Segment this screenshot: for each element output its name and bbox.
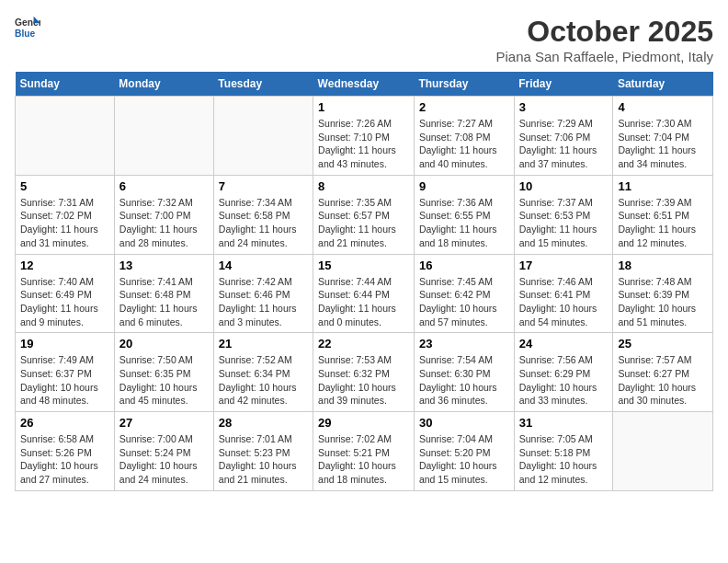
- day-info: Sunrise: 7:02 AM Sunset: 5:21 PM Dayligh…: [318, 432, 409, 487]
- day-info: Sunrise: 6:58 AM Sunset: 5:26 PM Dayligh…: [20, 432, 109, 487]
- day-info: Sunrise: 7:44 AM Sunset: 6:44 PM Dayligh…: [318, 275, 409, 329]
- day-number: 22: [318, 337, 409, 350]
- calendar-cell: 1Sunrise: 7:26 AM Sunset: 7:10 PM Daylig…: [313, 97, 415, 176]
- day-number: 6: [119, 179, 209, 193]
- day-info: Sunrise: 7:57 AM Sunset: 6:27 PM Dayligh…: [618, 353, 708, 408]
- day-number: 25: [618, 337, 708, 350]
- day-number: 24: [519, 337, 609, 350]
- day-info: Sunrise: 7:41 AM Sunset: 6:48 PM Dayligh…: [119, 275, 209, 329]
- calendar-cell: [16, 97, 115, 176]
- day-info: Sunrise: 7:29 AM Sunset: 7:06 PM Dayligh…: [519, 117, 609, 171]
- day-number: 23: [419, 337, 509, 350]
- day-info: Sunrise: 7:01 AM Sunset: 5:23 PM Dayligh…: [219, 432, 308, 487]
- day-info: Sunrise: 7:53 AM Sunset: 6:32 PM Dayligh…: [318, 353, 409, 408]
- day-info: Sunrise: 7:26 AM Sunset: 7:10 PM Dayligh…: [318, 117, 409, 171]
- day-number: 13: [119, 259, 209, 272]
- day-info: Sunrise: 7:39 AM Sunset: 6:51 PM Dayligh…: [618, 196, 708, 250]
- day-number: 11: [618, 179, 708, 193]
- calendar-table: SundayMondayTuesdayWednesdayThursdayFrid…: [15, 72, 713, 491]
- calendar-cell: 23Sunrise: 7:54 AM Sunset: 6:30 PM Dayli…: [414, 333, 514, 412]
- weekday-header-thursday: Thursday: [414, 72, 514, 97]
- week-row-1: 5Sunrise: 7:31 AM Sunset: 7:02 PM Daylig…: [16, 175, 713, 254]
- logo: General Blue: [15, 15, 40, 40]
- calendar-cell: 31Sunrise: 7:05 AM Sunset: 5:18 PM Dayli…: [514, 412, 613, 491]
- calendar-cell: [114, 97, 213, 176]
- day-info: Sunrise: 7:54 AM Sunset: 6:30 PM Dayligh…: [419, 353, 509, 408]
- day-number: 8: [318, 179, 409, 193]
- calendar-cell: 30Sunrise: 7:04 AM Sunset: 5:20 PM Dayli…: [414, 412, 514, 491]
- calendar-cell: 29Sunrise: 7:02 AM Sunset: 5:21 PM Dayli…: [313, 412, 415, 491]
- day-number: 21: [219, 337, 308, 350]
- day-info: Sunrise: 7:04 AM Sunset: 5:20 PM Dayligh…: [419, 432, 509, 487]
- day-number: 16: [419, 259, 509, 272]
- logo-icon: General Blue: [15, 15, 40, 40]
- day-info: Sunrise: 7:32 AM Sunset: 7:00 PM Dayligh…: [119, 196, 209, 250]
- day-number: 10: [519, 179, 609, 193]
- week-row-4: 26Sunrise: 6:58 AM Sunset: 5:26 PM Dayli…: [16, 412, 713, 491]
- calendar-cell: [213, 97, 313, 176]
- calendar-cell: 24Sunrise: 7:56 AM Sunset: 6:29 PM Dayli…: [514, 333, 613, 412]
- calendar-cell: 15Sunrise: 7:44 AM Sunset: 6:44 PM Dayli…: [313, 254, 415, 333]
- day-number: 28: [219, 416, 308, 430]
- svg-text:Blue: Blue: [15, 29, 36, 39]
- weekday-header-row: SundayMondayTuesdayWednesdayThursdayFrid…: [16, 72, 713, 97]
- day-info: Sunrise: 7:56 AM Sunset: 6:29 PM Dayligh…: [519, 353, 609, 408]
- day-number: 7: [219, 179, 308, 193]
- day-info: Sunrise: 7:05 AM Sunset: 5:18 PM Dayligh…: [519, 432, 609, 487]
- calendar-cell: 28Sunrise: 7:01 AM Sunset: 5:23 PM Dayli…: [213, 412, 313, 491]
- calendar-cell: 10Sunrise: 7:37 AM Sunset: 6:53 PM Dayli…: [514, 175, 613, 254]
- weekday-header-saturday: Saturday: [613, 72, 713, 97]
- calendar-cell: 4Sunrise: 7:30 AM Sunset: 7:04 PM Daylig…: [613, 97, 713, 176]
- weekday-header-friday: Friday: [514, 72, 613, 97]
- calendar-cell: 11Sunrise: 7:39 AM Sunset: 6:51 PM Dayli…: [613, 175, 713, 254]
- subtitle: Piana San Raffaele, Piedmont, Italy: [495, 49, 713, 64]
- day-number: 27: [119, 416, 209, 430]
- day-info: Sunrise: 7:52 AM Sunset: 6:34 PM Dayligh…: [219, 353, 308, 408]
- day-info: Sunrise: 7:48 AM Sunset: 6:39 PM Dayligh…: [618, 275, 708, 329]
- day-number: 1: [318, 100, 409, 114]
- week-row-2: 12Sunrise: 7:40 AM Sunset: 6:49 PM Dayli…: [16, 254, 713, 333]
- calendar-cell: 2Sunrise: 7:27 AM Sunset: 7:08 PM Daylig…: [414, 97, 514, 176]
- day-number: 31: [519, 416, 609, 430]
- day-info: Sunrise: 7:42 AM Sunset: 6:46 PM Dayligh…: [219, 275, 308, 329]
- day-info: Sunrise: 7:35 AM Sunset: 6:57 PM Dayligh…: [318, 196, 409, 250]
- day-info: Sunrise: 7:49 AM Sunset: 6:37 PM Dayligh…: [20, 353, 109, 408]
- calendar-cell: 13Sunrise: 7:41 AM Sunset: 6:48 PM Dayli…: [114, 254, 213, 333]
- day-info: Sunrise: 7:46 AM Sunset: 6:41 PM Dayligh…: [519, 275, 609, 329]
- day-number: 17: [519, 259, 609, 272]
- day-number: 12: [20, 259, 109, 272]
- day-info: Sunrise: 7:36 AM Sunset: 6:55 PM Dayligh…: [419, 196, 509, 250]
- calendar-cell: 27Sunrise: 7:00 AM Sunset: 5:24 PM Dayli…: [114, 412, 213, 491]
- calendar-cell: 22Sunrise: 7:53 AM Sunset: 6:32 PM Dayli…: [313, 333, 415, 412]
- day-number: 30: [419, 416, 509, 430]
- calendar-cell: [613, 412, 713, 491]
- calendar-cell: 8Sunrise: 7:35 AM Sunset: 6:57 PM Daylig…: [313, 175, 415, 254]
- calendar-cell: 6Sunrise: 7:32 AM Sunset: 7:00 PM Daylig…: [114, 175, 213, 254]
- day-number: 14: [219, 259, 308, 272]
- day-info: Sunrise: 7:00 AM Sunset: 5:24 PM Dayligh…: [119, 432, 209, 487]
- calendar-cell: 12Sunrise: 7:40 AM Sunset: 6:49 PM Dayli…: [16, 254, 115, 333]
- calendar-cell: 18Sunrise: 7:48 AM Sunset: 6:39 PM Dayli…: [613, 254, 713, 333]
- calendar-cell: 20Sunrise: 7:50 AM Sunset: 6:35 PM Dayli…: [114, 333, 213, 412]
- day-info: Sunrise: 7:50 AM Sunset: 6:35 PM Dayligh…: [119, 353, 209, 408]
- main-title: October 2025: [495, 15, 713, 49]
- day-info: Sunrise: 7:37 AM Sunset: 6:53 PM Dayligh…: [519, 196, 609, 250]
- day-info: Sunrise: 7:45 AM Sunset: 6:42 PM Dayligh…: [419, 275, 509, 329]
- weekday-header-sunday: Sunday: [16, 72, 115, 97]
- week-row-3: 19Sunrise: 7:49 AM Sunset: 6:37 PM Dayli…: [16, 333, 713, 412]
- day-number: 5: [20, 179, 109, 193]
- day-number: 15: [318, 259, 409, 272]
- calendar-cell: 26Sunrise: 6:58 AM Sunset: 5:26 PM Dayli…: [16, 412, 115, 491]
- day-info: Sunrise: 7:30 AM Sunset: 7:04 PM Dayligh…: [618, 117, 708, 171]
- calendar-cell: 7Sunrise: 7:34 AM Sunset: 6:58 PM Daylig…: [213, 175, 313, 254]
- weekday-header-wednesday: Wednesday: [313, 72, 415, 97]
- week-row-0: 1Sunrise: 7:26 AM Sunset: 7:10 PM Daylig…: [16, 97, 713, 176]
- calendar-cell: 9Sunrise: 7:36 AM Sunset: 6:55 PM Daylig…: [414, 175, 514, 254]
- calendar-cell: 21Sunrise: 7:52 AM Sunset: 6:34 PM Dayli…: [213, 333, 313, 412]
- day-number: 3: [519, 100, 609, 114]
- calendar-cell: 5Sunrise: 7:31 AM Sunset: 7:02 PM Daylig…: [16, 175, 115, 254]
- day-number: 26: [20, 416, 109, 430]
- day-number: 29: [318, 416, 409, 430]
- calendar-cell: 14Sunrise: 7:42 AM Sunset: 6:46 PM Dayli…: [213, 254, 313, 333]
- day-number: 20: [119, 337, 209, 350]
